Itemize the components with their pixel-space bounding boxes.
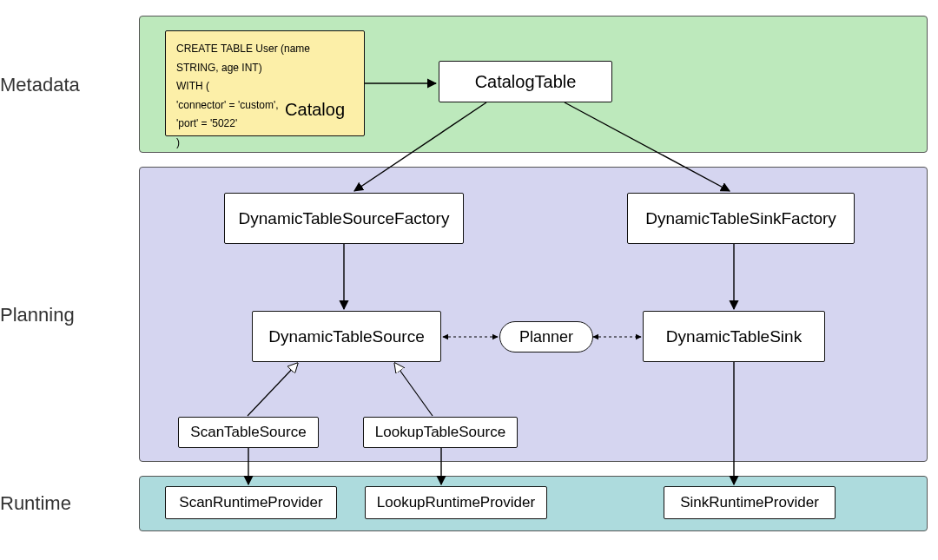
layer-label-metadata: Metadata	[0, 74, 113, 96]
code-line-5: )	[176, 134, 353, 153]
box-lookup-src: LookupTableSource	[363, 417, 518, 448]
planner-pill: Planner	[499, 321, 593, 352]
box-dyn-sink-factory: DynamicTableSinkFactory	[627, 193, 855, 244]
box-lookup-rt: LookupRuntimeProvider	[365, 486, 547, 519]
code-line-1: CREATE TABLE User (name STRING, age INT)	[176, 40, 353, 77]
box-catalog-table: CatalogTable	[439, 61, 612, 102]
box-sink-rt: SinkRuntimeProvider	[664, 486, 836, 519]
catalog-tag: Catalog	[285, 94, 345, 125]
box-scan-rt: ScanRuntimeProvider	[165, 486, 337, 519]
box-dyn-src-factory: DynamicTableSourceFactory	[224, 193, 464, 244]
box-dyn-src: DynamicTableSource	[252, 311, 441, 362]
catalog-code-box: CREATE TABLE User (name STRING, age INT)…	[165, 30, 365, 136]
layer-label-planning: Planning	[0, 304, 113, 326]
box-dyn-sink: DynamicTableSink	[643, 311, 825, 362]
box-scan-src: ScanTableSource	[178, 417, 319, 448]
layer-label-runtime: Runtime	[0, 492, 113, 515]
